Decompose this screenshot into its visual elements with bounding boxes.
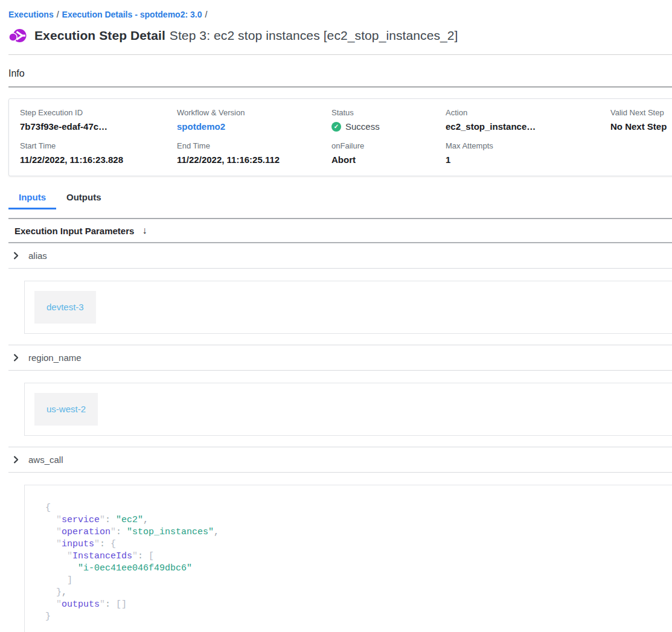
- param-name: alias: [28, 251, 47, 261]
- page-header: Execution Step DetailStep 3: ec2 stop in…: [8, 27, 672, 45]
- execution-step-detail-page: Executions/Execution Details - spotdemo2…: [0, 0, 672, 632]
- params-header-label: Execution Input Parameters: [14, 226, 134, 236]
- param-rows-container: aliasdevtest-3region_nameus-west-2aws_ca…: [8, 243, 672, 632]
- breadcrumb: Executions/Execution Details - spotdemo2…: [8, 10, 672, 19]
- field-value: No Next Step: [610, 121, 672, 132]
- info-field-valid-next-step: Valid Next StepNo Next Step: [610, 108, 672, 132]
- param-value-panel-region-name: us-west-2: [8, 371, 672, 447]
- status-value: ✓Success: [331, 121, 446, 132]
- breadcrumb-separator: /: [202, 10, 210, 19]
- code-line: "inputs": {: [45, 538, 664, 551]
- field-value: 11/22/2022, 11:16:23.828: [20, 155, 177, 165]
- code-line: "outputs": []: [45, 599, 664, 611]
- param-value-panel-aws-call: { "service": "ec2", "operation": "stop_i…: [8, 473, 672, 632]
- field-value: 1: [446, 155, 610, 165]
- success-check-circle-icon: ✓: [331, 122, 341, 132]
- breadcrumb-separator: /: [54, 10, 62, 19]
- param-row-alias[interactable]: alias: [8, 243, 672, 269]
- workflow-app-logo-icon: [8, 27, 27, 45]
- code-line: "i-0ec41ee046f49dbc6": [45, 563, 664, 575]
- info-field-step-execution-id: Step Execution ID7b73f93e-edaf-47c…: [20, 108, 177, 132]
- info-field-end-time: End Time11/22/2022, 11:16:25.112: [177, 141, 331, 165]
- status-text: Success: [345, 121, 380, 132]
- info-field-status: Status✓Success: [331, 108, 446, 132]
- chevron-right-icon: [12, 456, 20, 464]
- code-line: ]: [45, 575, 664, 587]
- field-label: Valid Next Step: [610, 108, 672, 117]
- chevron-right-icon: [12, 354, 20, 362]
- info-section-divider: [8, 86, 672, 88]
- code-line: {: [45, 502, 664, 514]
- tab-outputs[interactable]: Outputs: [56, 187, 112, 209]
- info-section-title: Info: [8, 68, 672, 79]
- breadcrumb-link-execution-details-spotdemo2-3-0[interactable]: Execution Details - spotdemo2: 3.0: [62, 10, 202, 19]
- param-value-chip: devtest-3: [34, 291, 96, 324]
- info-field-start-time: Start Time11/22/2022, 11:16:23.828: [20, 141, 177, 165]
- field-value: 11/22/2022, 11:16:25.112: [177, 155, 331, 165]
- info-field-action: Actionec2_stop_instance…: [446, 108, 610, 132]
- sort-descending-icon[interactable]: ↓: [142, 225, 147, 236]
- chevron-right-icon: [12, 252, 20, 260]
- field-label: onFailure: [331, 141, 446, 150]
- info-card: Step Execution ID7b73f93e-edaf-47c…Workf…: [8, 98, 672, 176]
- field-label: Start Time: [20, 141, 177, 150]
- code-line: },: [45, 587, 664, 599]
- param-row-region-name[interactable]: region_name: [8, 345, 672, 371]
- param-value-box: devtest-3: [24, 281, 672, 334]
- param-value-box: us-west-2: [24, 383, 672, 436]
- json-code: { "service": "ec2", "operation": "stop_i…: [34, 502, 664, 623]
- field-value: Abort: [331, 155, 446, 165]
- info-field-max-attempts: Max Attempts1: [446, 141, 610, 165]
- field-value: 7b73f93e-edaf-47c…: [20, 121, 177, 132]
- field-value: ec2_stop_instance…: [446, 121, 610, 132]
- tab-inputs[interactable]: Inputs: [8, 187, 56, 209]
- page-subtitle: Step 3: ec2 stop instances [ec2_stop_ins…: [170, 28, 458, 42]
- workflow-version-link[interactable]: spotdemo2: [177, 121, 225, 132]
- code-line: "operation": "stop_instances",: [45, 526, 664, 538]
- params-table-header[interactable]: Execution Input Parameters ↓: [8, 218, 672, 243]
- field-label: Max Attempts: [446, 141, 610, 150]
- code-line: }: [45, 611, 664, 623]
- page-title: Execution Step Detail: [34, 28, 165, 42]
- field-label: End Time: [177, 141, 331, 150]
- execution-input-parameters-table: Execution Input Parameters ↓ aliasdevtes…: [8, 218, 672, 632]
- param-name: aws_call: [28, 455, 63, 465]
- param-row-aws-call[interactable]: aws_call: [8, 447, 672, 473]
- code-line: "InstanceIds": [: [45, 551, 664, 563]
- field-label: Status: [331, 108, 446, 117]
- param-value-panel-alias: devtest-3: [8, 269, 672, 345]
- param-value-chip: us-west-2: [34, 393, 98, 426]
- title-divider: [8, 54, 672, 55]
- code-line: "service": "ec2",: [45, 514, 664, 526]
- code-block: { "service": "ec2", "operation": "stop_i…: [24, 485, 672, 632]
- info-field-onfailure: onFailureAbort: [331, 141, 446, 165]
- tab-bar: InputsOutputs: [8, 187, 672, 209]
- breadcrumb-link-executions[interactable]: Executions: [8, 10, 54, 19]
- field-label: Step Execution ID: [20, 108, 177, 117]
- info-field-workflow-version: Workflow & Versionspotdemo2: [177, 108, 331, 132]
- info-section: Info Step Execution ID7b73f93e-edaf-47c……: [8, 68, 672, 176]
- field-label: Workflow & Version: [177, 108, 331, 117]
- field-label: Action: [446, 108, 610, 117]
- param-name: region_name: [28, 353, 82, 363]
